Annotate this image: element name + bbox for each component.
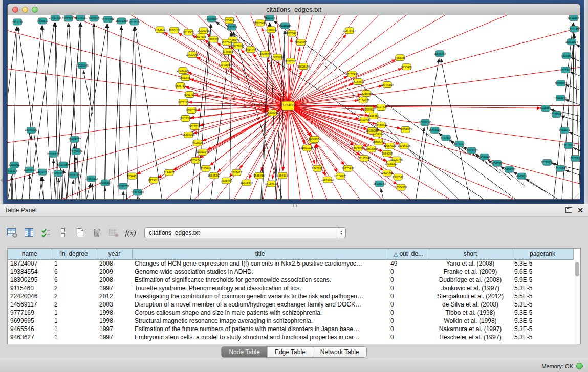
graph-node-label: 11451914: [52, 172, 64, 175]
graph-node-label: 2522547: [393, 176, 403, 179]
graph-node-label: 17957223: [85, 177, 98, 180]
table-row[interactable]: 1456911722003Disruption of a novel membe…: [8, 300, 573, 309]
scrollbar-thumb[interactable]: [575, 262, 579, 276]
column-header-title[interactable]: title: [132, 249, 388, 259]
graph-node-label: 10954022: [503, 168, 515, 171]
show-columns-icon[interactable]: [23, 227, 35, 239]
graph-node-label: 13216456: [360, 92, 373, 95]
graph-node-label: 13628150: [297, 65, 310, 68]
graph-node-label: 16210643: [550, 113, 562, 116]
graph-node-label: 16154923: [334, 174, 346, 178]
graph-node-label: 12710354: [541, 161, 553, 164]
table-selector-value: citations_edges.txt: [145, 229, 337, 236]
table-row[interactable]: 1938455462009Genome-wide association stu…: [8, 268, 573, 276]
table-row[interactable]: 977716911998Corpus callosum shape and si…: [8, 309, 573, 317]
clear-selection-icon[interactable]: [57, 227, 69, 239]
graph-node-label: 16465910: [265, 28, 277, 31]
table-mode-icon[interactable]: [6, 227, 18, 239]
graph-node-label: 10954921: [383, 144, 396, 147]
table-row[interactable]: 1872400712008Changes of HCN gene express…: [8, 259, 573, 268]
graph-node-label: 10876437: [343, 29, 356, 32]
graph-node-label: 10699695: [419, 121, 431, 124]
graph-node-label: 22420046: [186, 53, 198, 56]
graph-node-label: 9154316: [277, 174, 288, 177]
graph-node-label: 16319316: [182, 133, 194, 136]
column-header-short[interactable]: short: [429, 249, 512, 259]
graph-node-label: 6466160: [89, 17, 99, 20]
graph-node-label: 15136141: [374, 182, 386, 185]
table-row[interactable]: 911546021997Tourette syndrome. Phenomeno…: [8, 284, 573, 292]
table-toolbar: f(x) citations_edges.txt ▲▼: [0, 224, 588, 242]
table-row[interactable]: 2242004622012Investigating the contribut…: [8, 292, 573, 300]
table-selector[interactable]: citations_edges.txt ▲▼: [144, 227, 346, 238]
column-header-out_de[interactable]: △out_de...: [388, 249, 429, 259]
graph-node-label: 9245012: [516, 174, 527, 178]
graph-node-label: 16409110: [429, 128, 441, 132]
graph-node-label: 9892756: [186, 108, 197, 112]
graph-node-label: 17106543: [554, 167, 567, 170]
new-column-icon[interactable]: [74, 227, 86, 239]
graph-node-label: 9227343: [560, 69, 571, 72]
table-tabs: Node TableEdge TableNetwork Table: [221, 346, 366, 358]
column-header-year[interactable]: year: [97, 249, 132, 259]
graph-node-label: 13942757: [36, 170, 49, 173]
tab-node-table[interactable]: Node Table: [222, 347, 267, 357]
network-window-titlebar[interactable]: citations_edges.txt: [8, 4, 580, 15]
graph-node-label: 14524861: [381, 171, 393, 174]
graph-node-label: 19384554: [309, 138, 321, 141]
graph-node-label: 18164615: [357, 99, 369, 102]
graph-node-label: 18637319: [179, 117, 191, 120]
network-window-title: citations_edges.txt: [266, 6, 321, 13]
graph-node-label: 9155469: [368, 114, 379, 117]
graph-node-label: 16816369: [365, 147, 378, 150]
graph-node-label: 9817314: [189, 125, 200, 128]
graph-node-label: 9806717: [175, 84, 186, 87]
graph-node-label: 22044697: [363, 108, 376, 111]
graph-node-label: 9275125: [178, 101, 189, 104]
graph-node-label: 8454749: [245, 48, 256, 51]
graph-node-label: 17359924: [70, 150, 82, 153]
zoom-button[interactable]: [32, 7, 38, 13]
traffic-lights: [12, 7, 38, 13]
collapse-panel-arrow-icon[interactable]: [0, 178, 3, 182]
column-header-in_degree[interactable]: in_degree: [52, 249, 97, 259]
table-tabs-bar: Node TableEdge TableNetwork Table: [0, 345, 588, 359]
table-row[interactable]: 1830029562008Estimation of significance …: [8, 276, 573, 284]
tab-edge-table[interactable]: Edge Table: [267, 347, 313, 357]
network-window[interactable]: citations_edges.txt 18724007391573394055…: [7, 4, 580, 200]
table-row[interactable]: 946554611997Estimation of the future num…: [8, 325, 573, 333]
graph-node-label: 18300295: [266, 111, 278, 114]
table-row[interactable]: 946362711997Embryonic stem cells: a mode…: [8, 333, 573, 341]
function-builder-icon[interactable]: f(x): [124, 227, 137, 239]
close-button[interactable]: [12, 7, 18, 13]
minimize-button[interactable]: [22, 7, 28, 13]
delete-column-icon[interactable]: [91, 227, 103, 239]
graph-node-label: 16545282: [491, 162, 503, 165]
delete-table-icon[interactable]: [107, 227, 120, 239]
network-canvas[interactable]: 1872400739157339405572276914061065328715…: [8, 15, 580, 199]
close-panel-icon[interactable]: ✕: [577, 207, 583, 214]
graph-node-label: 15276021: [75, 16, 87, 19]
graph-node-label: 8912955: [183, 31, 194, 34]
graph-node-label: 12923448: [131, 191, 143, 194]
column-header-name[interactable]: name: [8, 249, 52, 259]
graph-node-label: 9084067: [382, 152, 393, 155]
column-header-pagerank[interactable]: pagerank: [512, 249, 573, 259]
graph-node-label: 9827503: [195, 35, 206, 38]
select-all-icon[interactable]: [40, 227, 52, 239]
tab-network-table[interactable]: Network Table: [313, 347, 366, 357]
table-row[interactable]: 969969511998Structural magnetic resonanc…: [8, 317, 573, 325]
table-vertical-scrollbar[interactable]: [574, 260, 580, 344]
graph-node-label: 9175685: [223, 50, 233, 53]
panel-divider-handle[interactable]: [292, 204, 297, 207]
graph-node-label: 12165247: [358, 157, 371, 160]
graph-node-label: 16958107: [99, 181, 111, 184]
memory-status-indicator[interactable]: [576, 363, 583, 369]
graph-node-label: 10719184: [101, 18, 114, 21]
graph-node-label: 9635416: [253, 174, 264, 177]
graph-node-label: 8265417: [231, 171, 242, 174]
graph-node-label: 9405572: [37, 19, 48, 23]
sort-ascending-icon: △: [394, 251, 398, 257]
graph-node-label: 9725025: [192, 141, 203, 144]
float-panel-icon[interactable]: [565, 207, 572, 213]
